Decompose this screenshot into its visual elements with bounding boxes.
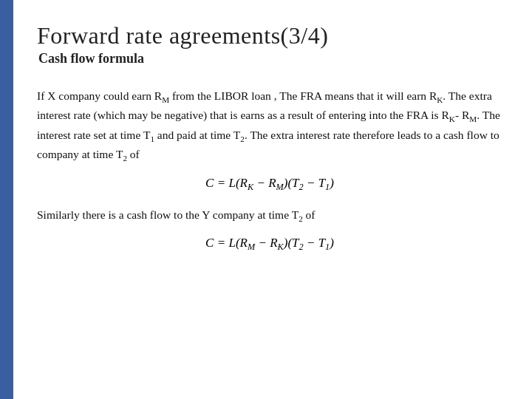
para1-text-if: If X company could earn R [37, 89, 162, 102]
para2-text: Similarly there is a cash flow to the Y … [37, 208, 299, 221]
formula1-sub-k: K [248, 182, 253, 192]
formula2-sub-m: M [248, 242, 255, 253]
formula2-sub-k: K [278, 242, 284, 253]
para1-text-6: and paid at time T [154, 129, 240, 141]
formula2-sub-2: 2 [299, 242, 304, 253]
para1-sub-k2: K [449, 115, 455, 123]
main-title: Forward rate agreements(3/4) [37, 22, 502, 50]
subtitle: Cash flow formula [38, 51, 502, 66]
paragraph-1: If X company could earn RM from the LIBO… [37, 87, 502, 166]
content-area: Forward rate agreements(3/4) Cash flow f… [37, 22, 502, 253]
para1-text-8: of [127, 148, 140, 160]
formula-2-container: C = L(RM − RK)(T2 − T1) [37, 236, 502, 253]
formula-1-container: C = L(RK − RM)(T2 − T1) [37, 176, 502, 193]
accent-bar [0, 0, 13, 399]
formula1-sub-m: M [276, 182, 284, 192]
para1-sub-m2: M [469, 115, 477, 123]
formula-1: C = L(RK − RM)(T2 − T1) [205, 176, 334, 190]
para1-text-2: from the LIBOR loan , The FRA means that… [169, 89, 437, 102]
paragraph-2: Similarly there is a cash flow to the Y … [37, 206, 502, 225]
formula-2: C = L(RM − RK)(T2 − T1) [205, 236, 334, 250]
formula2-sub-1: 1 [325, 242, 330, 253]
para2-cont: of [303, 208, 316, 221]
formula1-sub-2: 2 [299, 182, 304, 192]
page: Forward rate agreements(3/4) Cash flow f… [0, 0, 532, 399]
formula1-sub-1: 1 [325, 182, 330, 192]
para1-text-4: - R [455, 109, 469, 121]
para1-sub-m1: M [162, 95, 169, 104]
